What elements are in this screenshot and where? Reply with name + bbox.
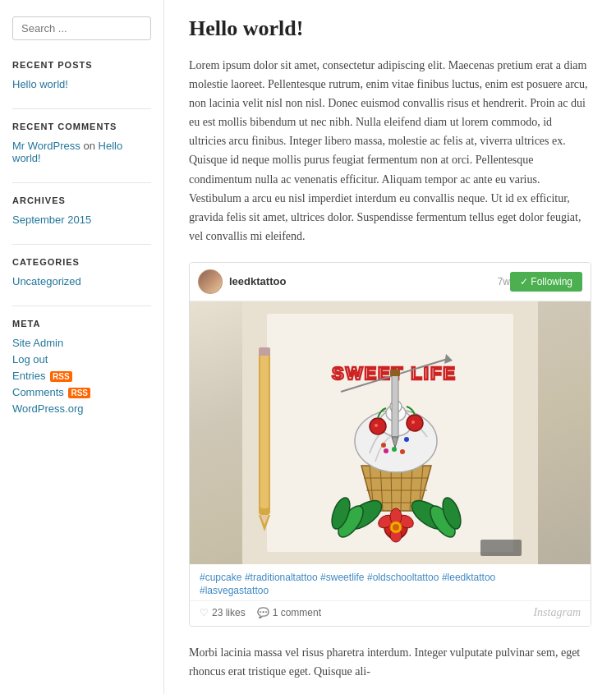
recent-posts-section: RECENT POSTS Hello world! xyxy=(12,60,151,90)
instagram-time: 7w xyxy=(498,276,510,287)
instagram-username: leedktattoo xyxy=(229,275,493,287)
svg-rect-24 xyxy=(390,370,400,376)
instagram-footer: ♡ 23 likes 💬 1 comment Instagram xyxy=(190,600,591,626)
search-input[interactable] xyxy=(12,16,151,40)
recent-posts-title: RECENT POSTS xyxy=(12,60,151,70)
post-title: Hello world! xyxy=(189,16,591,41)
instagram-stats: ♡ 23 likes 💬 1 comment xyxy=(200,607,533,618)
divider-3 xyxy=(12,244,151,245)
instagram-avatar xyxy=(198,269,223,294)
archives-title: ARCHIVES xyxy=(12,195,151,205)
svg-point-33 xyxy=(400,449,405,454)
instagram-tags: #cupcake #traditionaltattoo #sweetlife #… xyxy=(190,564,591,600)
avatar-image xyxy=(199,270,222,293)
recent-comment-text: Mr WordPress on Hello world! xyxy=(12,140,151,164)
category-link[interactable]: Uncategorized xyxy=(12,275,151,287)
svg-point-27 xyxy=(407,415,423,431)
meta-section: META Site Admin Log out Entries RSS Comm… xyxy=(12,319,151,415)
rss-badge-comments: RSS xyxy=(68,388,90,398)
heart-icon: ♡ xyxy=(200,607,209,618)
post-body-paragraph-2: Morbi lacinia massa vel risus pharetra i… xyxy=(189,643,591,681)
svg-point-26 xyxy=(370,418,386,434)
archive-link[interactable]: September 2015 xyxy=(12,214,151,226)
svg-point-47 xyxy=(393,524,399,531)
svg-point-28 xyxy=(375,424,378,427)
comment-pretext: on xyxy=(83,140,98,152)
svg-rect-6 xyxy=(259,347,270,356)
instagram-embed: leedktattoo 7w ✓ Following xyxy=(189,262,591,627)
recent-post-link[interactable]: Hello world! xyxy=(12,78,151,90)
svg-point-34 xyxy=(384,448,388,453)
logout-link[interactable]: Log out xyxy=(12,353,151,365)
wordpress-org-link[interactable]: WordPress.org xyxy=(12,402,151,415)
instagram-brand-label: Instagram xyxy=(533,606,581,619)
tag-leedktattoo[interactable]: #leedktattoo xyxy=(442,572,495,583)
svg-point-30 xyxy=(381,443,386,448)
svg-point-31 xyxy=(404,437,409,442)
tag-cupcake[interactable]: #cupcake xyxy=(200,572,241,583)
comments-rss-link[interactable]: Comments RSS xyxy=(12,386,151,398)
archives-section: ARCHIVES September 2015 xyxy=(12,195,151,226)
instagram-header: leedktattoo 7w ✓ Following xyxy=(190,263,591,301)
sidebar: RECENT POSTS Hello world! RECENT COMMENT… xyxy=(0,0,164,694)
svg-point-29 xyxy=(411,421,415,424)
comment-author-link[interactable]: Mr WordPress xyxy=(12,140,80,152)
instagram-image: SWEET LIFE xyxy=(190,301,591,564)
tag-lasvegastattoo[interactable]: #lasvegastattoo xyxy=(200,585,269,596)
entries-rss-link[interactable]: Entries RSS xyxy=(12,370,151,382)
svg-point-32 xyxy=(392,447,397,452)
post-body-paragraph-1: Lorem ipsum dolor sit amet, consectetur … xyxy=(189,56,591,246)
recent-comments-section: RECENT COMMENTS Mr WordPress on Hello wo… xyxy=(12,122,151,164)
meta-title: META xyxy=(12,319,151,329)
follow-button[interactable]: ✓ Following xyxy=(510,272,582,292)
divider-4 xyxy=(12,306,151,306)
categories-section: CATEGORIES Uncategorized xyxy=(12,257,151,287)
comments-count: 1 comment xyxy=(273,607,321,618)
likes-stat: ♡ 23 likes xyxy=(200,607,246,618)
categories-title: CATEGORIES xyxy=(12,257,151,267)
tag-oldschooltattoo[interactable]: #oldschooltattoo xyxy=(367,572,439,583)
rss-badge-entries: RSS xyxy=(50,371,72,382)
comment-icon: 💬 xyxy=(257,607,269,618)
comments-stat: 💬 1 comment xyxy=(257,607,321,618)
tag-sweetlife[interactable]: #sweetlife xyxy=(320,572,364,583)
recent-comments-title: RECENT COMMENTS xyxy=(12,122,151,131)
divider-1 xyxy=(12,108,151,109)
main-content: Hello world! Lorem ipsum dolor sit amet,… xyxy=(164,0,616,694)
svg-rect-23 xyxy=(392,371,398,437)
likes-count: 23 likes xyxy=(212,607,246,618)
site-admin-link[interactable]: Site Admin xyxy=(12,337,151,349)
divider-2 xyxy=(12,182,151,183)
svg-rect-48 xyxy=(480,540,522,556)
tag-traditionaltattoo[interactable]: #traditionaltattoo xyxy=(245,572,318,583)
svg-rect-3 xyxy=(260,352,269,508)
